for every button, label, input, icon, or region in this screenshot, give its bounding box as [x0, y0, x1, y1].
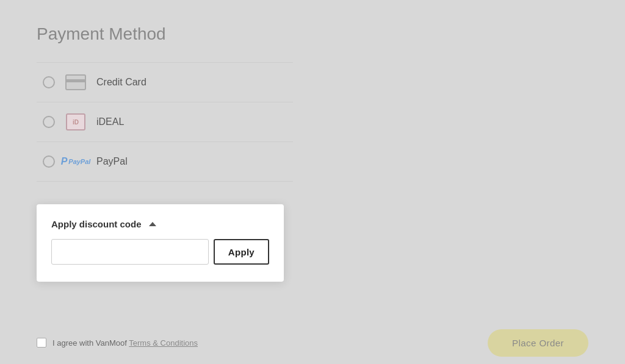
discount-panel: Apply discount code Apply [37, 204, 284, 282]
credit-card-label: Credit Card [96, 77, 146, 88]
chevron-up-icon[interactable] [149, 222, 156, 226]
ideal-icon [65, 113, 87, 130]
discount-header-text: Apply discount code [51, 219, 142, 229]
bottom-bar: I agree with VanMoof Terms & Conditions … [0, 321, 625, 364]
paypal-icon: P PayPal [65, 153, 87, 170]
ideal-label: iDEAL [96, 116, 124, 127]
terms-label[interactable]: I agree with VanMoof Terms & Conditions [37, 338, 198, 348]
radio-credit-card[interactable] [43, 76, 55, 88]
terms-link[interactable]: Terms & Conditions [129, 338, 198, 348]
discount-header: Apply discount code [51, 219, 269, 229]
credit-card-icon [65, 74, 87, 91]
discount-code-input[interactable] [51, 239, 209, 265]
payment-option-paypal[interactable]: P PayPal PayPal [37, 142, 293, 182]
radio-paypal[interactable] [43, 155, 55, 168]
radio-ideal[interactable] [43, 116, 55, 128]
apply-button[interactable]: Apply [214, 239, 269, 265]
main-container: Payment Method Credit Card iDEAL P PayPa… [0, 0, 625, 206]
page-title: Payment Method [37, 24, 588, 44]
payment-option-ideal[interactable]: iDEAL [37, 102, 293, 142]
paypal-label: PayPal [96, 156, 128, 167]
payment-option-credit-card[interactable]: Credit Card [37, 62, 293, 102]
terms-text: I agree with VanMoof Terms & Conditions [52, 338, 198, 348]
payment-options-list: Credit Card iDEAL P PayPal PayPal [37, 62, 293, 182]
place-order-button[interactable]: Place Order [488, 329, 588, 357]
terms-checkbox[interactable] [37, 338, 46, 348]
discount-input-row: Apply [51, 239, 269, 265]
